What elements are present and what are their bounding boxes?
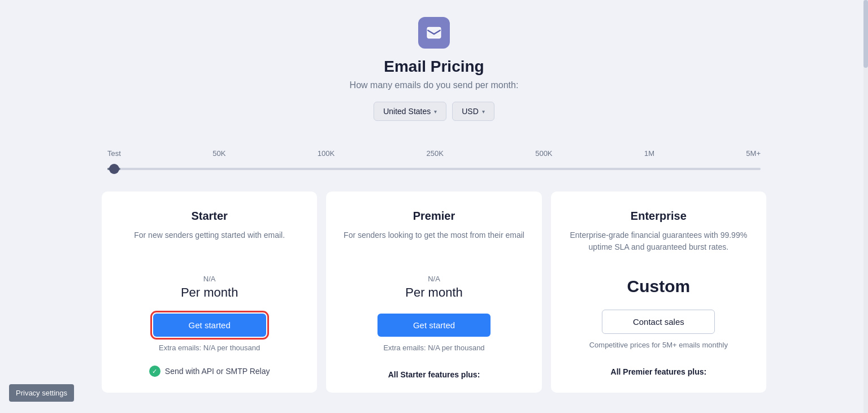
slider-label-250k: 250K	[426, 149, 443, 158]
email-icon	[418, 17, 450, 49]
plan-price-premier: Per month	[405, 285, 463, 300]
plan-price-label-starter: N/A	[203, 275, 216, 283]
contact-sales-button[interactable]: Contact sales	[602, 310, 715, 334]
volume-slider-section: Test 50K 100K 250K 500K 1M 5M+	[102, 149, 766, 192]
competitive-text: Competitive prices for 5M+ emails monthl…	[589, 341, 728, 349]
plan-description-premier: For senders looking to get the most from…	[344, 229, 524, 263]
slider-label-1m: 1M	[644, 149, 654, 158]
chevron-down-icon: ▾	[434, 108, 437, 115]
scrollbar[interactable]	[863, 0, 868, 413]
plan-name-premier: Premier	[413, 210, 455, 223]
extra-emails-premier: Extra emails: N/A per thousand	[383, 344, 484, 352]
all-features-label-premier: All Starter features plus:	[342, 370, 526, 379]
slider-label-5m: 5M+	[746, 149, 761, 158]
plan-name-starter: Starter	[191, 210, 227, 223]
check-icon: ✓	[149, 366, 160, 377]
plan-description-enterprise: Enterprise-grade financial guarantees wi…	[567, 229, 750, 263]
get-started-button-premier[interactable]: Get started	[377, 314, 491, 337]
currency-selector[interactable]: USD ▾	[452, 102, 494, 121]
plan-description-starter: For new senders getting started with ema…	[134, 229, 285, 263]
slider-label-50k: 50K	[212, 149, 225, 158]
plan-card-starter: Starter For new senders getting started …	[102, 192, 317, 393]
extra-emails-starter: Extra emails: N/A per thousand	[159, 344, 260, 352]
feature-item-starter: ✓ Send with API or SMTP Relay	[118, 366, 301, 377]
slider-labels: Test 50K 100K 250K 500K 1M 5M+	[107, 149, 761, 158]
slider-label-500k: 500K	[535, 149, 552, 158]
svg-rect-0	[427, 28, 440, 38]
plan-card-enterprise: Enterprise Enterprise-grade financial gu…	[551, 192, 766, 393]
slider-label-test: Test	[107, 149, 121, 158]
page-title: Email Pricing	[384, 58, 484, 76]
plans-grid: Starter For new senders getting started …	[102, 192, 766, 413]
plan-price-enterprise: Custom	[627, 277, 690, 296]
get-started-button-starter[interactable]: Get started	[153, 314, 266, 337]
pricing-subtitle: How many emails do you send per month:	[350, 80, 519, 90]
slider-thumb[interactable]	[109, 164, 119, 174]
plan-price-label-premier: N/A	[428, 275, 440, 283]
scrollbar-thumb[interactable]	[863, 0, 868, 68]
all-features-label-enterprise: All Premier features plus:	[567, 367, 750, 376]
chevron-down-icon: ▾	[482, 108, 485, 115]
slider-track[interactable]	[107, 163, 761, 175]
country-selector[interactable]: United States ▾	[374, 102, 446, 121]
privacy-settings-button[interactable]: Privacy settings	[9, 384, 74, 402]
selectors-row: United States ▾ USD ▾	[374, 102, 494, 121]
plan-price-starter: Per month	[181, 285, 238, 300]
plan-name-enterprise: Enterprise	[631, 210, 687, 223]
slider-label-100k: 100K	[318, 149, 335, 158]
pricing-header: Email Pricing How many emails do you sen…	[102, 0, 766, 149]
plan-card-premier: Premier For senders looking to get the m…	[326, 192, 541, 393]
